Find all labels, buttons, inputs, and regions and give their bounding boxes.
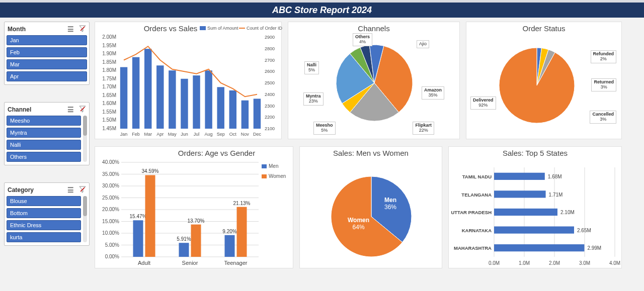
chart-order-status: Order Status Refunded2% Returned3% Cance…	[466, 22, 622, 139]
svg-rect-4	[200, 26, 206, 30]
svg-rect-88	[262, 174, 267, 178]
svg-text:34.59%: 34.59%	[142, 168, 159, 174]
svg-text:1.45M: 1.45M	[102, 126, 116, 131]
svg-text:3.0M: 3.0M	[579, 260, 590, 266]
svg-rect-37	[169, 70, 176, 129]
svg-text:Senior: Senior	[182, 260, 198, 266]
slicer-item-feb[interactable]: Feb	[7, 47, 87, 57]
slicer-item-apr[interactable]: Apr	[7, 71, 87, 81]
svg-text:1.90M: 1.90M	[102, 51, 116, 56]
svg-text:1.85M: 1.85M	[102, 59, 116, 65]
chart-channels: Channels Others4% Ajio Nalli5% Amazon35%…	[288, 22, 460, 139]
scrollbar[interactable]	[83, 116, 87, 162]
svg-rect-51	[254, 99, 261, 129]
chart-orders-vs-sales: Orders vs SalesSum of AmountCount of Ord…	[95, 22, 282, 139]
svg-text:Teenager: Teenager	[224, 260, 248, 266]
callout: Returned3%	[591, 78, 616, 91]
svg-rect-33	[144, 49, 151, 129]
slicer-title: Category	[8, 186, 34, 193]
svg-text:1.80M: 1.80M	[102, 67, 116, 73]
multiselect-icon[interactable]: ☰	[67, 25, 74, 33]
chart-age-gender: Orders: Age vs Gender 0.00%5.00%10.00%15…	[95, 146, 293, 268]
svg-text:21.13%: 21.13%	[233, 201, 251, 206]
svg-text:Men: Men	[269, 163, 278, 169]
svg-text:Adult: Adult	[138, 260, 150, 266]
svg-text:15.00%: 15.00%	[102, 219, 119, 224]
svg-text:2.99M: 2.99M	[587, 245, 601, 251]
svg-text:35.00%: 35.00%	[102, 171, 119, 177]
svg-rect-45	[217, 87, 224, 129]
callout: Nalli5%	[304, 61, 319, 74]
svg-text:5.00%: 5.00%	[105, 242, 119, 248]
svg-text:Apr: Apr	[156, 132, 164, 137]
clear-filter-icon[interactable]	[79, 106, 86, 114]
svg-text:25.00%: 25.00%	[102, 195, 119, 201]
svg-text:4.0M: 4.0M	[609, 260, 620, 266]
svg-text:1.75M: 1.75M	[102, 76, 116, 81]
svg-text:9.20%: 9.20%	[222, 229, 236, 234]
svg-text:Dec: Dec	[253, 132, 262, 137]
callout: Refunded2%	[591, 50, 617, 63]
scrollbar[interactable]	[83, 196, 87, 242]
callout: Others4%	[353, 33, 372, 46]
svg-text:1.65M: 1.65M	[102, 92, 116, 98]
svg-rect-103	[494, 190, 546, 198]
slicer-item-nalli[interactable]: Nalli	[7, 140, 81, 150]
slicer-category[interactable]: Category ☰ Blouse Bottom Ethnic Dress ku…	[4, 182, 90, 246]
svg-text:1.55M: 1.55M	[102, 109, 116, 115]
svg-text:1.50M: 1.50M	[102, 117, 116, 123]
callout: Myntra23%	[303, 92, 324, 106]
svg-text:MAHARASHTRA: MAHARASHTRA	[454, 245, 492, 251]
slicer-item-meesho[interactable]: Meesho	[7, 116, 81, 126]
slicer-channel[interactable]: Channel ☰ Meesho Myntra Nalli Others	[4, 102, 90, 165]
svg-rect-86	[262, 164, 267, 168]
slice-label: Women64%	[348, 217, 369, 231]
svg-text:Jun: Jun	[181, 132, 188, 137]
svg-rect-112	[494, 244, 584, 251]
svg-rect-100	[494, 173, 545, 180]
chart-title: Sales: Men vs Women	[300, 147, 442, 157]
svg-rect-35	[156, 65, 164, 129]
svg-text:TELANGANA: TELANGANA	[461, 192, 492, 198]
multiselect-icon[interactable]: ☰	[67, 106, 74, 114]
slicer-item-mar[interactable]: Mar	[7, 59, 87, 69]
svg-rect-6	[239, 28, 245, 29]
svg-text:1.0M: 1.0M	[519, 260, 530, 266]
svg-rect-81	[224, 235, 234, 257]
svg-text:1.60M: 1.60M	[102, 101, 116, 106]
page-title: ABC Store Report 2024	[0, 3, 644, 18]
svg-text:Oct: Oct	[229, 132, 237, 137]
slicer-month[interactable]: Month ☰ Jan Feb Mar Apr	[4, 22, 90, 85]
svg-text:2.0M: 2.0M	[549, 260, 560, 266]
slicer-item-myntra[interactable]: Myntra	[7, 128, 81, 138]
svg-text:Nov: Nov	[241, 132, 250, 137]
slicer-item-ethnic[interactable]: Ethnic Dress	[7, 220, 81, 230]
svg-text:Feb: Feb	[132, 132, 140, 137]
svg-text:40.00%: 40.00%	[102, 159, 119, 165]
svg-text:UTTAR PRADESH: UTTAR PRADESH	[451, 210, 492, 215]
svg-rect-47	[229, 90, 236, 129]
svg-rect-106	[494, 209, 557, 216]
slicer-item-kurta[interactable]: kurta	[7, 232, 81, 242]
slicer-item-bottom[interactable]: Bottom	[7, 208, 81, 218]
svg-rect-31	[132, 57, 139, 129]
slicer-item-blouse[interactable]: Blouse	[7, 196, 81, 206]
svg-text:2600: 2600	[265, 69, 275, 74]
svg-text:2800: 2800	[265, 46, 275, 51]
svg-rect-73	[145, 175, 155, 257]
chart-title: Sales: Top 5 States	[449, 147, 621, 157]
svg-rect-71	[133, 220, 143, 257]
clear-filter-icon[interactable]	[79, 25, 86, 33]
slicer-item-others[interactable]: Others	[7, 152, 81, 162]
clear-filter-icon[interactable]	[79, 186, 86, 194]
svg-text:5.91%: 5.91%	[177, 236, 191, 242]
svg-rect-41	[193, 75, 200, 129]
svg-text:2.65M: 2.65M	[577, 228, 591, 233]
slicer-item-jan[interactable]: Jan	[7, 35, 87, 45]
svg-text:0.0M: 0.0M	[489, 260, 500, 266]
svg-text:2900: 2900	[265, 35, 275, 40]
svg-text:10.00%: 10.00%	[102, 230, 119, 236]
slicer-title: Month	[8, 26, 26, 33]
svg-text:2.10M: 2.10M	[560, 210, 575, 215]
multiselect-icon[interactable]: ☰	[67, 186, 74, 194]
